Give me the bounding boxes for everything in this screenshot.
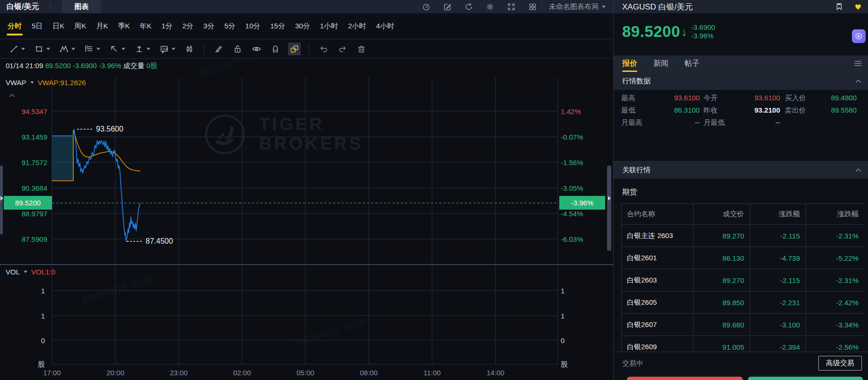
undo-tool-icon[interactable] — [317, 43, 330, 55]
menu-icon[interactable] — [854, 59, 862, 68]
measure-tool-icon[interactable] — [133, 43, 152, 55]
x-axis-time-label: 23:00 — [170, 369, 188, 377]
futures-cell: 89.270 — [694, 225, 750, 247]
pattern-wave-tool-icon[interactable] — [58, 43, 77, 55]
gann-tool-icon[interactable]: G — [83, 43, 102, 55]
trading-status: 交易中 — [622, 359, 643, 368]
redo-tool-icon[interactable] — [336, 43, 349, 55]
futures-row[interactable]: 白银260589.850-2.231-2.42% — [622, 292, 865, 314]
expand-left-icon[interactable] — [0, 196, 3, 201]
timeframe-分时[interactable]: 分时 — [8, 14, 22, 38]
svg-text:G: G — [85, 44, 88, 49]
chevron-down-icon — [21, 48, 25, 50]
y-axis-percent-label: -3.05% — [561, 184, 583, 192]
edit-icon[interactable] — [443, 2, 452, 11]
shapes-tool-icon[interactable] — [33, 43, 52, 55]
settings-icon[interactable] — [486, 2, 495, 11]
expand-right-icon[interactable] — [608, 196, 611, 201]
timeframe-月K[interactable]: 月K — [96, 14, 108, 38]
fullscreen-icon[interactable] — [507, 2, 516, 11]
buy-button[interactable] — [627, 377, 743, 380]
futures-column-header: 成交价 — [694, 204, 750, 225]
futures-cell: 白银2603 — [622, 269, 694, 292]
unlock-tool-icon[interactable] — [231, 43, 244, 55]
futures-cell: -2.115 — [750, 225, 806, 247]
timeframe-季K[interactable]: 季K — [118, 14, 130, 38]
collapse-pane-icon[interactable] — [9, 93, 15, 97]
chart-layout-selector[interactable]: 未命名图表布局 — [549, 2, 606, 11]
timeframe-1分[interactable]: 1分 — [161, 14, 172, 38]
bookmark-icon[interactable] — [835, 2, 843, 11]
futures-row[interactable]: 白银260789.680-3.100-3.34% — [622, 314, 865, 336]
timeframe-15分[interactable]: 15分 — [270, 14, 285, 38]
chevron-up-icon[interactable] — [855, 168, 861, 172]
eye-tool-icon[interactable] — [250, 43, 263, 55]
volume-legend[interactable]: VOL VOL1:0 — [6, 268, 55, 276]
futures-row[interactable]: 白银260991.005-2.394-2.56% — [622, 336, 865, 352]
futures-cell: -2.31% — [806, 225, 865, 247]
brush-tool-icon[interactable] — [212, 43, 225, 55]
timeframe-5日[interactable]: 5日 — [32, 14, 43, 38]
refresh-icon[interactable] — [464, 2, 473, 11]
trash-tool-icon[interactable] — [355, 43, 368, 55]
timeframe-1小时[interactable]: 1小时 — [320, 14, 338, 38]
info-volume: 0股 — [147, 62, 157, 70]
divider — [50, 3, 51, 10]
quote-value: 86.3100 — [640, 104, 700, 116]
trend-line-tool-icon[interactable] — [8, 43, 26, 55]
quote-label: 昨收 — [703, 104, 718, 116]
timeframe-30分[interactable]: 30分 — [295, 14, 310, 38]
timeframe-日K[interactable]: 日K — [52, 14, 64, 38]
chevron-down-icon — [96, 48, 100, 50]
y-axis-percent-label: 1.42% — [561, 107, 581, 115]
timeframe-2小时[interactable]: 2小时 — [348, 14, 366, 38]
advanced-trade-button[interactable]: 高级交易 — [818, 356, 862, 371]
arrow-mark-tool-icon[interactable] — [108, 43, 127, 55]
vol-axis-label: 0 — [561, 336, 564, 345]
futures-cell: -2.42% — [806, 292, 865, 314]
grid-layout-icon[interactable] — [528, 2, 537, 11]
link-tool-icon[interactable] — [288, 43, 301, 55]
timeframe-2分[interactable]: 2分 — [182, 14, 193, 38]
futures-table: 合约名称成交价涨跌额涨跌幅白银主连 260389.270-2.115-2.31%… — [621, 203, 864, 352]
futures-row[interactable]: 白银主连 260389.270-2.115-2.31% — [622, 225, 865, 247]
chevron-up-icon[interactable] — [855, 79, 861, 83]
magnet-tool-icon[interactable] — [269, 43, 282, 55]
info-volume-label: 成交量 — [123, 62, 145, 70]
favorite-heart-icon[interactable] — [854, 2, 862, 11]
timeframe-年K[interactable]: 年K — [139, 14, 151, 38]
tab-chart[interactable]: 图表 — [62, 0, 101, 13]
quote-data-section-header[interactable]: 行情数据 — [614, 72, 868, 90]
timeframe-5分[interactable]: 5分 — [224, 14, 235, 38]
futures-row[interactable]: 白银260389.270-2.115-2.31% — [622, 269, 865, 292]
toolbar-separator — [309, 44, 309, 54]
timeframe-3分[interactable]: 3分 — [203, 14, 214, 38]
y-axis-percent-label: -0.07% — [561, 133, 583, 141]
candle-pattern-tool-icon[interactable] — [183, 43, 196, 55]
futures-cell: -2.56% — [806, 336, 865, 352]
toolbar-separator — [204, 44, 204, 54]
quote-row: 最高93.6100今开93.6100买入价89.4800 — [614, 92, 868, 104]
trade-assistant-icon[interactable] — [852, 29, 866, 43]
timeframe-4小时[interactable]: 4小时 — [376, 14, 394, 38]
related-section-header[interactable]: 关联行情 — [614, 161, 868, 179]
futures-cell: 86.130 — [694, 247, 750, 269]
price-change-pct: -3.96% — [691, 32, 715, 40]
y-axis-percent-label: -6.03% — [561, 235, 583, 243]
last-percent-badge: -3.96% — [559, 196, 605, 210]
panel-tab-报价[interactable]: 报价 — [622, 55, 637, 72]
gauge-icon[interactable] — [422, 2, 431, 11]
vwap-legend[interactable]: VWAP VWAP:91.2826 — [6, 79, 86, 87]
right-panel-handle[interactable] — [607, 166, 611, 251]
panel-tab-新闻[interactable]: 新闻 — [653, 55, 668, 72]
timeframe-周K[interactable]: 周K — [74, 14, 86, 38]
panel-tab-帖子[interactable]: 帖子 — [685, 55, 700, 72]
futures-label: 期货 — [622, 187, 637, 197]
text-note-tool-icon[interactable]: Aa — [158, 43, 177, 55]
sell-button[interactable] — [748, 377, 863, 380]
x-axis-time-label: 14:00 — [486, 369, 504, 377]
timeframe-10分[interactable]: 10分 — [245, 14, 260, 38]
panel-footer: 交易中 高级交易 — [614, 352, 868, 377]
quote-value: 89.4800 — [804, 92, 857, 104]
futures-row[interactable]: 白银260186.130-4.739-5.22% — [622, 247, 865, 269]
